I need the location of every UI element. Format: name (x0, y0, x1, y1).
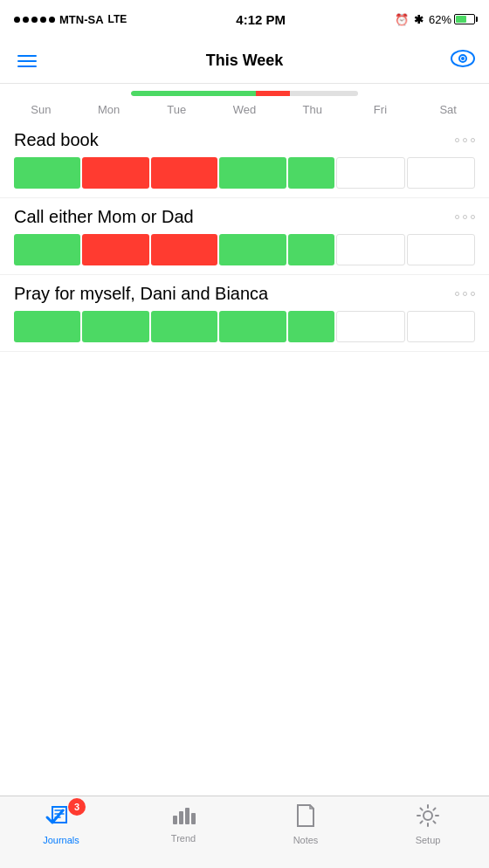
network-type: LTE (108, 13, 127, 25)
habit-name: Call either Mom or Dad (14, 207, 194, 227)
bar-cell-sun[interactable] (14, 234, 80, 265)
bar-cell-sat[interactable] (407, 311, 475, 342)
battery-indicator: 62% (429, 13, 475, 26)
day-sat: Sat (414, 103, 482, 116)
habit-item: Read book (0, 121, 489, 198)
more-dot-icon (463, 215, 467, 219)
bar-cell-thu[interactable] (288, 234, 335, 265)
notes-icon-wrap (294, 803, 317, 831)
habit-header: Pray for myself, Dani and Bianca (14, 284, 475, 304)
hamburger-icon (17, 60, 37, 62)
habit-header: Read book (14, 130, 475, 150)
habit-name: Pray for myself, Dani and Bianca (14, 284, 268, 304)
hamburger-icon (17, 65, 37, 67)
more-dot-icon (455, 292, 459, 296)
more-dot-icon (455, 138, 459, 142)
svg-rect-4 (179, 811, 183, 824)
tab-label-setup: Setup (416, 835, 441, 845)
bar-cell-fri[interactable] (336, 234, 404, 265)
bar-cell-wed[interactable] (219, 157, 286, 189)
battery-percent: 62% (429, 13, 451, 26)
habit-item: Call either Mom or Dad (0, 198, 489, 275)
tab-setup[interactable]: Setup (367, 803, 489, 845)
habit-more-button[interactable] (455, 292, 475, 296)
more-dot-icon (471, 215, 475, 219)
tab-bar: 3 Journals Trend Notes (0, 796, 489, 868)
progress-track (131, 91, 358, 96)
tab-label-journals: Journals (43, 835, 79, 845)
bar-cell-sat[interactable] (407, 234, 475, 265)
status-time: 4:12 PM (236, 12, 286, 27)
page-title: This Week (206, 52, 284, 70)
more-dot-icon (463, 292, 467, 296)
day-tue: Tue (142, 103, 210, 116)
bar-cell-thu[interactable] (288, 157, 335, 189)
day-sun: Sun (7, 103, 75, 116)
more-dot-icon (455, 215, 459, 219)
journals-icon-wrap: 3 (47, 803, 75, 831)
svg-point-2 (461, 57, 465, 60)
main-content: This Week Sun Mon Tue Wed Thu Fri Sat Re… (0, 38, 489, 796)
trend-icon-wrap (170, 803, 196, 830)
status-bar: MTN-SA LTE 4:12 PM ⏰ ✱ 62% (0, 0, 489, 38)
battery-icon (454, 14, 475, 24)
bar-cell-sat[interactable] (407, 157, 475, 189)
journals-badge: 3 (68, 798, 86, 816)
alarm-icon: ⏰ (395, 13, 409, 26)
more-dot-icon (471, 292, 475, 296)
day-mon: Mon (75, 103, 143, 116)
svg-rect-6 (191, 813, 196, 824)
bar-cell-thu[interactable] (288, 311, 335, 342)
bar-cell-sun[interactable] (14, 157, 80, 189)
carrier-name: MTN-SA (59, 13, 104, 26)
more-dot-icon (463, 138, 467, 142)
tab-journals[interactable]: 3 Journals (0, 803, 122, 845)
day-headers: Sun Mon Tue Wed Thu Fri Sat (0, 100, 489, 121)
notes-icon (294, 803, 317, 828)
tab-notes[interactable]: Notes (244, 803, 367, 845)
header: This Week (0, 38, 489, 84)
habit-more-button[interactable] (455, 215, 475, 219)
status-right: ⏰ ✱ 62% (395, 13, 475, 26)
trend-icon (170, 803, 196, 826)
day-wed: Wed (210, 103, 279, 116)
habit-header: Call either Mom or Dad (14, 207, 475, 227)
status-left: MTN-SA LTE (14, 13, 127, 26)
setup-icon-wrap (416, 803, 440, 831)
bar-cell-tue[interactable] (151, 157, 217, 189)
bluetooth-icon: ✱ (414, 13, 424, 26)
bar-cell-mon[interactable] (82, 157, 148, 189)
svg-rect-5 (185, 808, 189, 824)
bar-cell-mon[interactable] (82, 234, 148, 265)
bar-cell-tue[interactable] (151, 234, 217, 265)
view-toggle-button[interactable] (451, 50, 475, 72)
progress-green (131, 91, 256, 96)
day-fri: Fri (347, 103, 415, 116)
habit-bar-grid[interactable] (14, 311, 475, 342)
bar-cell-tue[interactable] (151, 311, 217, 342)
progress-red (256, 91, 290, 96)
habit-item: Pray for myself, Dani and Bianca (0, 275, 489, 352)
checkmark-icon (44, 805, 70, 828)
weekly-progress (0, 84, 489, 100)
svg-point-7 (424, 811, 432, 820)
habits-list: Read book Call either Mom or Dad (0, 121, 489, 352)
habit-more-button[interactable] (455, 138, 475, 142)
bar-cell-wed[interactable] (219, 311, 286, 342)
tab-label-trend: Trend (171, 833, 196, 844)
habit-bar-grid[interactable] (14, 157, 475, 189)
habit-bar-grid[interactable] (14, 234, 475, 265)
tab-trend[interactable]: Trend (122, 803, 244, 844)
more-dot-icon (471, 138, 475, 142)
eye-icon (451, 50, 475, 67)
setup-icon (416, 803, 440, 828)
bar-cell-fri[interactable] (336, 157, 404, 189)
tab-label-notes: Notes (293, 835, 319, 845)
day-thu: Thu (279, 103, 347, 116)
bar-cell-wed[interactable] (219, 234, 286, 265)
bar-cell-sun[interactable] (14, 311, 80, 342)
menu-button[interactable] (14, 52, 40, 71)
bar-cell-fri[interactable] (336, 311, 404, 342)
bar-cell-mon[interactable] (82, 311, 148, 342)
hamburger-icon (17, 55, 37, 57)
